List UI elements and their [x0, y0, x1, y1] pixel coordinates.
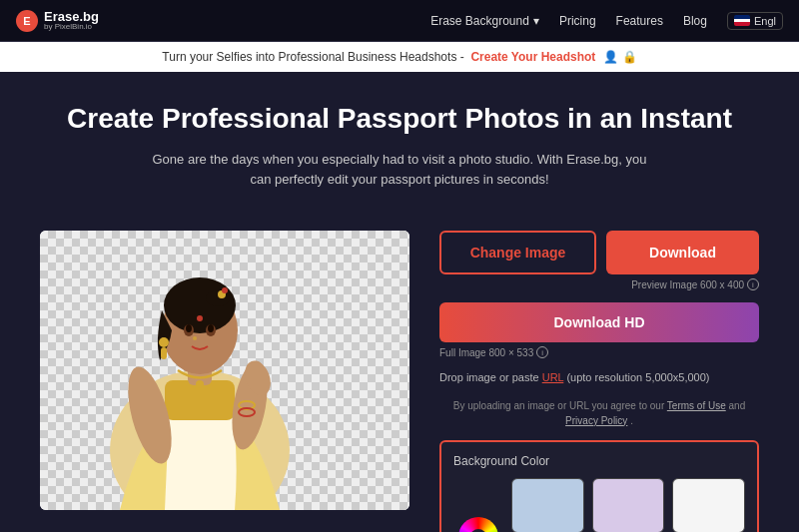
lang-label: Engl [754, 15, 776, 27]
terms-period: . [630, 415, 633, 426]
svg-point-9 [222, 287, 228, 293]
promo-banner: Turn your Selfies into Professional Busi… [0, 42, 799, 72]
logo-letter: E [23, 15, 30, 27]
nav-erase-label: Erase Background [430, 14, 529, 28]
hd-info: Full Image 799 × 532 i [439, 346, 759, 358]
hd-info-text: Full Image 799 × 532 [439, 347, 533, 358]
svg-rect-18 [161, 347, 167, 359]
color-swatch-light-purple[interactable] [592, 478, 665, 532]
bg-color-title: Background Color [453, 454, 745, 468]
svg-point-17 [159, 337, 169, 347]
navbar: E Erase.bg by PixelBin.io Erase Backgrou… [0, 0, 799, 42]
chevron-down-icon: ▾ [533, 14, 539, 28]
nav-blog[interactable]: Blog [683, 14, 707, 28]
svg-point-16 [196, 380, 204, 388]
url-link[interactable]: URL [542, 371, 564, 383]
main-content: Change Image Download Preview Image 600 … [0, 211, 799, 532]
flag-icon [734, 15, 750, 26]
svg-point-12 [186, 324, 192, 332]
person-icon: 👤 [603, 50, 618, 64]
privacy-link[interactable]: Privacy Policy [565, 415, 627, 426]
nav-pricing[interactable]: Pricing [559, 14, 596, 28]
language-selector[interactable]: Engl [727, 12, 783, 30]
banner-icons: 👤 🔒 [603, 50, 637, 64]
terms-text: By uploading an image or URL you agree t… [439, 398, 759, 428]
download-button[interactable]: Download [606, 231, 759, 274]
drop-resolution: (upto resolution 5,000x5,000) [566, 371, 709, 383]
banner-text: Turn your Selfies into Professional Busi… [162, 50, 467, 64]
preview-info-text: Preview Image 600 x 400 [631, 279, 744, 290]
hero-section: Create Professional Passport Photos in a… [0, 72, 799, 211]
drop-prefix: Drop image or paste [439, 371, 542, 383]
terms-and: and [729, 400, 746, 411]
right-panel: Change Image Download Preview Image 600 … [439, 231, 759, 532]
hero-title: Create Professional Passport Photos in a… [40, 102, 759, 136]
color-grid [453, 478, 745, 532]
hero-subtitle: Gone are the days when you especially ha… [150, 150, 649, 192]
terms-prefix: By uploading an image or URL you agree t… [453, 400, 667, 411]
drop-zone-text: Drop image or paste URL (upto resolution… [439, 370, 759, 385]
logo-text-container: Erase.bg by PixelBin.io [44, 10, 99, 31]
download-hd-button[interactable]: Download HD [439, 302, 759, 342]
headshot-link[interactable]: Create Your Headshot [470, 50, 595, 64]
svg-point-14 [197, 315, 203, 321]
change-image-button[interactable]: Change Image [439, 231, 596, 274]
nav-links: Erase Background ▾ Pricing Features Blog… [430, 12, 783, 30]
color-swatch-light-blue[interactable] [511, 478, 584, 532]
lock-icon: 🔒 [622, 50, 637, 64]
svg-point-6 [164, 277, 236, 333]
svg-point-13 [208, 324, 214, 332]
terms-link[interactable]: Terms of Use [667, 400, 726, 411]
nav-features[interactable]: Features [616, 14, 663, 28]
logo-icon: E [16, 10, 38, 32]
color-wheel[interactable] [458, 517, 498, 532]
logo[interactable]: E Erase.bg by PixelBin.io [16, 10, 99, 32]
checkered-background [40, 231, 409, 510]
action-buttons: Change Image Download [439, 231, 759, 274]
svg-point-15 [193, 336, 197, 340]
preview-info: Preview Image 600 x 400 i [439, 278, 759, 290]
image-preview-container [40, 231, 409, 510]
info-icon: i [747, 278, 759, 290]
color-swatch-white[interactable] [672, 478, 745, 532]
wheel-inner [470, 529, 486, 532]
background-color-section: Background Color [439, 440, 759, 532]
color-wheel-container[interactable] [453, 478, 503, 532]
nav-erase-background[interactable]: Erase Background ▾ [430, 14, 539, 28]
hd-info-icon: i [536, 346, 548, 358]
person-image [40, 231, 409, 510]
logo-sub: by PixelBin.io [44, 23, 99, 31]
